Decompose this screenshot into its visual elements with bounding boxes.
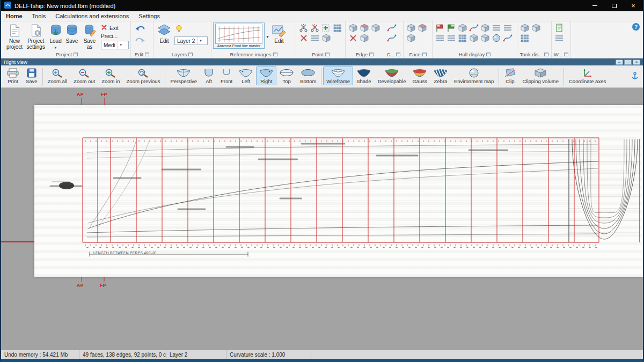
view-save-button[interactable]: Save [23,67,41,85]
diagonals-icon[interactable] [446,33,457,42]
point-grid-icon[interactable] [332,23,343,32]
cut-curve-icon[interactable] [310,23,320,32]
help-icon[interactable]: ? [632,23,640,31]
dialog-launcher-icon[interactable] [273,53,277,56]
view-coordinate-axes-button[interactable]: Coordinate axes [566,67,609,85]
flip-normal-icon[interactable] [417,23,428,32]
crease-edge-icon[interactable] [370,23,381,32]
stations-icon[interactable] [491,23,502,32]
new-project-button[interactable]: New project [5,23,24,50]
show-curvature-icon[interactable] [469,23,479,32]
redo-button[interactable] [134,35,147,46]
view-restore-button[interactable]: □ [624,60,632,65]
control-net-icon[interactable] [446,23,457,32]
viewport[interactable]: AP FP AP FP LENGTH BETWEEN PERPS 400'-0" [1,88,643,350]
view-zoom-previous-button[interactable]: Zoom previous [123,67,164,85]
view-zoom-all-button[interactable]: Zoom all [45,67,70,85]
dialog-launcher-icon[interactable] [564,53,568,56]
tanks-solid-icon[interactable] [519,23,530,32]
view-zoom-out-button[interactable]: Zoom out [70,67,98,85]
grid-display-icon[interactable] [457,33,468,42]
view-right-button[interactable]: Right [256,67,276,85]
fair-curve-icon[interactable] [386,33,397,42]
show-normals-icon[interactable] [480,23,491,32]
maximize-button[interactable] [604,0,624,11]
add-curve-icon[interactable] [386,23,397,32]
view-top-button[interactable]: Top [276,67,297,85]
layer-visibility-button[interactable] [174,24,184,35]
view-front-button[interactable]: Front [217,67,236,85]
menu-tools[interactable]: Tools [27,12,51,20]
delete-face-icon[interactable] [406,33,416,42]
both-sides-icon[interactable] [435,23,445,32]
view-zoom-in-button[interactable]: Zoom in [98,67,123,85]
tanks-outline-icon[interactable] [519,33,530,42]
view-left-button[interactable]: Left [236,67,256,85]
waterlines-icon[interactable] [435,33,445,42]
view-shade-button[interactable]: Shade [353,67,374,85]
close-button[interactable]: × [624,0,643,11]
project-point-icon[interactable] [321,33,332,42]
view-perspective-button[interactable]: Perspective [167,67,200,85]
dialog-launcher-icon[interactable] [325,53,330,56]
new-face-icon[interactable] [406,23,416,32]
view-close-button[interactable]: × [633,60,640,65]
reference-image-thumbnail[interactable]: Arazona Front line master [213,23,265,49]
view-aft-button[interactable]: Aft [200,67,217,85]
submerged-area-icon[interactable] [480,33,491,42]
load-button[interactable]: Load ▼ [47,23,63,51]
precision-dropdown[interactable]: Medi ▼ [101,41,129,49]
buttocks-icon[interactable] [502,23,513,32]
toolbar-separator [165,68,165,86]
minimize-button[interactable] [585,0,604,11]
view-print-button[interactable]: Print [3,67,23,85]
dialog-launcher-icon[interactable] [145,53,149,56]
edit-reference-button[interactable]: Edit [270,23,288,45]
view-environment-map-button[interactable]: Environment map [451,67,497,85]
load-dropdown-icon[interactable]: ▼ [54,45,57,51]
view-clipping-volume-button[interactable]: Clipping volume [519,67,562,85]
split-edge-icon[interactable] [298,23,309,32]
view-wireframe-button[interactable]: Wireframe [323,67,353,85]
edit-layers-button[interactable]: Edit [155,23,173,45]
tanks-transparent-icon[interactable] [531,23,541,32]
dialog-launcher-icon[interactable] [396,53,400,56]
edge-info-icon[interactable] [359,33,370,42]
save-as-button[interactable]: Save as [80,23,99,50]
view-clip-button[interactable]: Clip [501,67,519,85]
view-gauss-button[interactable]: Gauss [409,67,430,85]
menu-home[interactable]: Home [1,12,27,20]
collapse-point-icon[interactable] [298,33,309,42]
view-developable-button[interactable]: Developable [375,67,409,85]
dialog-launcher-icon[interactable] [369,53,374,56]
save-project-button[interactable]: Save [64,23,80,45]
dialog-launcher-icon[interactable] [422,53,427,56]
hydrostatic-features-icon[interactable] [491,33,502,42]
project-settings-button[interactable]: Project settings [24,23,47,50]
weights-report-icon[interactable] [554,23,565,32]
menu-settings[interactable]: Settings [134,12,165,20]
dialog-launcher-icon[interactable] [74,53,78,56]
toolbar-separator [321,68,321,86]
intersection-curves-icon[interactable] [502,33,513,42]
anchor-icon[interactable] [631,72,639,83]
view-zebra-button[interactable]: Zebra [430,67,451,85]
view-minimize-button[interactable]: – [616,60,623,65]
exit-button[interactable]: Exit [101,24,129,32]
extrude-edge-icon[interactable] [348,23,358,32]
align-points-icon[interactable] [310,33,320,42]
weights-list-icon[interactable] [554,33,565,42]
dialog-launcher-icon[interactable] [486,53,491,56]
layer-dropdown[interactable]: Layer 2 ▼ [174,36,208,45]
menu-calculations-and-extensions[interactable]: Calculations and extensions [50,12,134,20]
split-edge-cube-icon[interactable] [359,23,370,32]
markers-icon[interactable] [469,33,479,42]
insert-point-icon[interactable] [321,23,332,32]
reference-dropdown-icon[interactable]: ▼ [266,35,269,39]
view-bottom-button[interactable]: Bottom [297,67,319,85]
undo-button[interactable] [134,24,147,34]
interior-edges-icon[interactable] [457,23,468,32]
dialog-launcher-icon[interactable] [188,53,193,56]
collapse-edge-icon[interactable] [348,33,358,42]
dialog-launcher-icon[interactable] [544,53,548,56]
